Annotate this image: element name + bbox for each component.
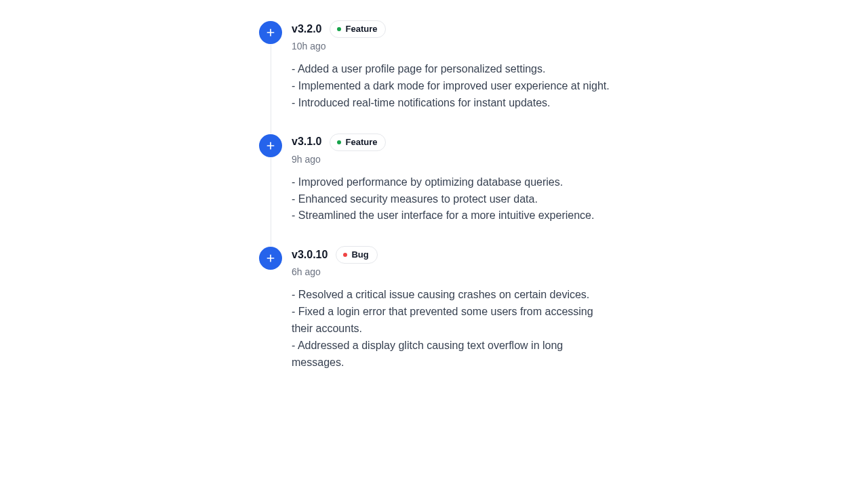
- release-version: v3.2.0: [292, 22, 321, 37]
- changelog-timeline: v3.2.0Feature10h ago- Added a user profi…: [259, 0, 612, 392]
- release-timestamp: 9h ago: [292, 154, 612, 165]
- release-notes: - Resolved a critical issue causing cras…: [292, 287, 612, 371]
- release-timestamp: 6h ago: [292, 266, 612, 277]
- release-note-line: - Added a user profile page for personal…: [292, 61, 612, 78]
- plus-icon[interactable]: [259, 247, 282, 270]
- release-badge: Bug: [336, 246, 377, 264]
- release-badge-label: Feature: [345, 23, 377, 35]
- release-timestamp: 10h ago: [292, 41, 612, 52]
- release-note-line: - Introduced real-time notifications for…: [292, 95, 612, 112]
- release-version: v3.1.0: [292, 134, 321, 149]
- release-badge-label: Feature: [345, 136, 377, 148]
- release-note-line: - Improved performance by optimizing dat…: [292, 174, 612, 191]
- release-version: v3.0.10: [292, 247, 328, 262]
- plus-icon[interactable]: [259, 134, 282, 157]
- release-header: v3.1.0Feature: [292, 134, 612, 151]
- release-header: v3.2.0Feature: [292, 20, 612, 38]
- release-note-line: - Streamlined the user interface for a m…: [292, 207, 612, 224]
- release-item: v3.2.0Feature10h ago- Added a user profi…: [259, 20, 612, 134]
- release-badge: Feature: [330, 20, 386, 38]
- release-note-line: - Fixed a login error that prevented som…: [292, 304, 612, 338]
- release-badge-label: Bug: [351, 249, 368, 261]
- release-note-line: - Enhanced security measures to protect …: [292, 191, 612, 208]
- release-notes: - Improved performance by optimizing dat…: [292, 174, 612, 224]
- release-note-line: - Resolved a critical issue causing cras…: [292, 287, 612, 304]
- feature-dot-icon: [337, 140, 341, 144]
- release-header: v3.0.10Bug: [292, 246, 612, 264]
- feature-dot-icon: [337, 27, 341, 31]
- release-note-line: - Addressed a display glitch causing tex…: [292, 338, 612, 371]
- release-item: v3.0.10Bug6h ago- Resolved a critical is…: [259, 246, 612, 392]
- release-notes: - Added a user profile page for personal…: [292, 61, 612, 111]
- bug-dot-icon: [343, 253, 347, 257]
- release-note-line: - Implemented a dark mode for improved u…: [292, 78, 612, 95]
- plus-icon[interactable]: [259, 21, 282, 44]
- release-badge: Feature: [330, 134, 386, 151]
- release-item: v3.1.0Feature9h ago- Improved performanc…: [259, 134, 612, 247]
